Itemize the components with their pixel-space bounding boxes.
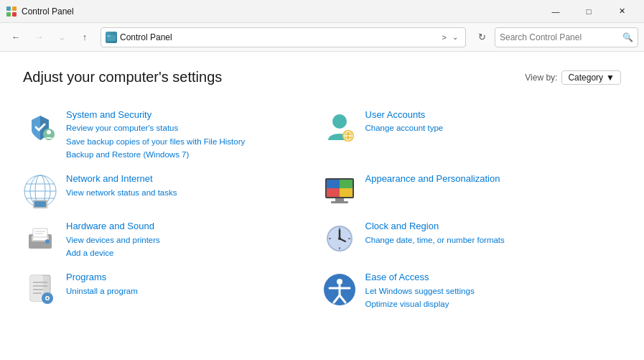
system-security-icon bbox=[23, 110, 57, 144]
search-input[interactable] bbox=[500, 32, 620, 42]
view-by-control: View by: Category ▼ bbox=[525, 70, 621, 85]
appearance-text: Appearance and Personalization bbox=[365, 172, 500, 185]
svg-rect-49 bbox=[30, 275, 43, 301]
svg-rect-25 bbox=[327, 180, 340, 188]
address-text: Control Panel bbox=[120, 32, 439, 42]
system-link-3[interactable]: Backup and Restore (Windows 7) bbox=[66, 148, 245, 161]
hardware-text: Hardware and Sound View devices and prin… bbox=[66, 220, 160, 259]
title-bar: Control Panel — □ ✕ bbox=[0, 0, 644, 23]
network-name[interactable]: Network and Internet bbox=[66, 172, 177, 185]
user-accounts-name[interactable]: User Accounts bbox=[365, 109, 444, 121]
close-button[interactable]: ✕ bbox=[605, 0, 638, 23]
page-title: Adjust your computer's settings bbox=[23, 69, 222, 86]
category-user-accounts[interactable]: User Accounts Change account type bbox=[322, 103, 622, 167]
path-separator: > bbox=[442, 33, 447, 42]
svg-rect-27 bbox=[327, 188, 340, 197]
window-controls: — □ ✕ bbox=[539, 0, 638, 23]
system-link-2[interactable]: Save backup copies of your files with Fi… bbox=[66, 135, 245, 148]
app-icon bbox=[6, 6, 17, 17]
category-appearance[interactable]: Appearance and Personalization bbox=[322, 167, 622, 214]
search-box[interactable]: 🔍 bbox=[495, 27, 638, 47]
network-text: Network and Internet View network status… bbox=[66, 172, 177, 199]
clock-text: Clock and Region Change date, time, or n… bbox=[365, 220, 505, 246]
search-icon: 🔍 bbox=[622, 32, 633, 42]
clock-icon bbox=[322, 221, 357, 256]
appearance-name[interactable]: Appearance and Personalization bbox=[365, 172, 500, 185]
svg-rect-33 bbox=[33, 237, 47, 240]
svg-rect-5 bbox=[107, 35, 111, 37]
clock-name[interactable]: Clock and Region bbox=[365, 220, 505, 233]
category-clock[interactable]: Clock and Region Change date, time, or n… bbox=[322, 214, 622, 265]
forward-button[interactable]: → bbox=[29, 27, 49, 47]
svg-rect-28 bbox=[340, 188, 353, 197]
svg-rect-3 bbox=[12, 12, 17, 17]
hardware-name[interactable]: Hardware and Sound bbox=[66, 220, 160, 233]
programs-icon bbox=[23, 272, 57, 307]
hardware-link-2[interactable]: Add a device bbox=[66, 246, 160, 259]
category-hardware[interactable]: Hardware and Sound View devices and prin… bbox=[23, 214, 322, 265]
programs-text: Programs Uninstall a program bbox=[66, 271, 138, 297]
svg-rect-22 bbox=[34, 201, 46, 207]
network-link-1[interactable]: View network status and tasks bbox=[66, 186, 177, 199]
main-content: Adjust your computer's settings View by:… bbox=[0, 52, 644, 360]
ease-access-icon bbox=[322, 272, 357, 307]
system-security-name[interactable]: System and Security bbox=[66, 109, 245, 121]
view-by-dropdown[interactable]: Category ▼ bbox=[561, 70, 621, 85]
svg-rect-1 bbox=[12, 6, 17, 11]
programs-name[interactable]: Programs bbox=[66, 271, 138, 284]
clock-link-1[interactable]: Change date, time, or number formats bbox=[365, 234, 505, 246]
back-button[interactable]: ← bbox=[6, 27, 26, 47]
svg-rect-0 bbox=[6, 6, 11, 11]
programs-link-1[interactable]: Uninstall a program bbox=[66, 285, 138, 297]
network-icon bbox=[23, 174, 57, 208]
categories-grid: System and Security Review your computer… bbox=[23, 103, 621, 316]
view-by-value: Category bbox=[568, 73, 603, 83]
system-security-text: System and Security Review your computer… bbox=[66, 109, 245, 161]
svg-point-8 bbox=[47, 130, 51, 134]
appearance-icon bbox=[322, 174, 357, 208]
svg-point-9 bbox=[332, 114, 347, 129]
user-accounts-icon bbox=[322, 110, 357, 144]
recent-locations-button[interactable]: ⌄ bbox=[52, 27, 72, 47]
svg-rect-30 bbox=[331, 201, 348, 203]
user-accounts-text: User Accounts Change account type bbox=[365, 109, 444, 135]
ease-access-text: Ease of Access Let Windows suggest setti… bbox=[365, 271, 475, 310]
svg-rect-2 bbox=[6, 12, 11, 17]
header-row: Adjust your computer's settings View by:… bbox=[23, 69, 621, 86]
ease-link-1[interactable]: Let Windows suggest settings bbox=[365, 285, 475, 297]
category-programs[interactable]: Programs Uninstall a program bbox=[23, 265, 322, 316]
svg-point-56 bbox=[47, 297, 49, 300]
maximize-button[interactable]: □ bbox=[572, 0, 605, 23]
category-ease-access[interactable]: Ease of Access Let Windows suggest setti… bbox=[322, 265, 622, 316]
hardware-icon bbox=[23, 221, 57, 256]
window-title: Control Panel bbox=[22, 6, 539, 17]
svg-point-43 bbox=[338, 237, 341, 240]
view-by-label: View by: bbox=[525, 73, 557, 83]
address-dropdown-button[interactable]: ⌄ bbox=[449, 27, 461, 47]
ease-access-name[interactable]: Ease of Access bbox=[365, 271, 475, 284]
svg-rect-29 bbox=[335, 198, 344, 201]
minimize-button[interactable]: — bbox=[539, 0, 572, 23]
chevron-down-icon: ▼ bbox=[606, 73, 615, 83]
ease-link-2[interactable]: Optimize visual display bbox=[365, 297, 475, 310]
svg-rect-34 bbox=[33, 229, 47, 237]
category-network[interactable]: Network and Internet View network status… bbox=[23, 167, 322, 214]
svg-rect-26 bbox=[340, 180, 353, 188]
svg-point-37 bbox=[45, 239, 50, 244]
refresh-button[interactable]: ↻ bbox=[472, 27, 492, 47]
category-system-security[interactable]: System and Security Review your computer… bbox=[23, 103, 322, 167]
hardware-link-1[interactable]: View devices and printers bbox=[66, 234, 160, 246]
address-bar: ← → ⌄ ↑ Control Panel > ⌄ ↻ 🔍 bbox=[0, 23, 644, 52]
up-button[interactable]: ↑ bbox=[75, 27, 95, 47]
folder-icon bbox=[106, 32, 117, 43]
user-link-1[interactable]: Change account type bbox=[365, 121, 444, 134]
address-bar-input[interactable]: Control Panel > ⌄ bbox=[101, 27, 466, 47]
system-link-1[interactable]: Review your computer's status bbox=[66, 121, 245, 134]
